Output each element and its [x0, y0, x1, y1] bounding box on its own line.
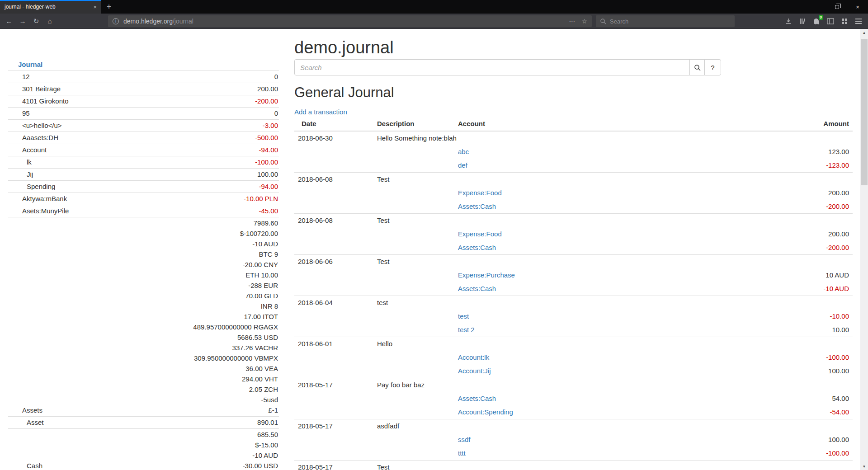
- posting-account-link[interactable]: Account:lk: [458, 353, 489, 361]
- downloads-button[interactable]: [781, 14, 795, 29]
- posting-account-link[interactable]: test: [458, 312, 469, 320]
- balance-amount: $-100720.00: [122, 228, 278, 239]
- transaction-row[interactable]: 2018-06-06Test: [294, 255, 853, 269]
- sidebar-account-link[interactable]: <u>hello</u>: [8, 120, 121, 132]
- account-balance: -94.00: [121, 181, 279, 193]
- bookmark-star-icon[interactable]: ☆: [581, 18, 587, 25]
- col-header-date: Date: [294, 117, 373, 131]
- posting-amount: -100.00: [762, 351, 853, 364]
- balance-amount: -10.00 PLN: [122, 193, 278, 204]
- page-actions-icon[interactable]: ⋯: [569, 18, 575, 25]
- transaction-row[interactable]: 2018-05-17Pay foo bar baz: [294, 378, 853, 392]
- posting-account-link[interactable]: abc: [458, 148, 469, 155]
- posting-account-link[interactable]: Expense:Purchase: [458, 271, 515, 279]
- page-scrollbar[interactable]: ▲ ▼: [860, 29, 868, 470]
- sidebar-journal-link[interactable]: Journal: [18, 61, 42, 68]
- transaction-row[interactable]: 2018-06-30Hello Something note:blah: [294, 131, 853, 145]
- posting-account-link[interactable]: def: [458, 161, 467, 169]
- sidebar-account-link[interactable]: 12: [8, 71, 121, 83]
- sidebar-account-link[interactable]: Cash: [8, 429, 121, 470]
- sidebar-account-link[interactable]: Account: [8, 144, 121, 156]
- posting-amount: -54.00: [762, 405, 853, 419]
- posting-account-link[interactable]: Expense:Food: [458, 189, 502, 197]
- sidebar-account-row: Spending-94.00: [8, 181, 279, 193]
- sidebar-account-link[interactable]: Aaasets:DH: [8, 132, 121, 144]
- scrollbar-thumb[interactable]: [861, 39, 868, 185]
- posting-account-link[interactable]: Assets:Cash: [458, 285, 496, 292]
- reload-button[interactable]: ↻: [29, 14, 43, 29]
- posting-amount: 200.00: [762, 186, 853, 200]
- scroll-down-arrow[interactable]: ▼: [860, 463, 868, 470]
- sidebar-account-link[interactable]: Spending: [8, 181, 121, 193]
- journal-search-input[interactable]: [294, 59, 690, 75]
- posting-amount: -100.00: [762, 446, 853, 461]
- posting-row: Assets:Cash54.00: [294, 392, 853, 405]
- balance-amount: £-1: [122, 405, 278, 415]
- browser-search-field[interactable]: Search: [596, 15, 735, 27]
- posting-account-link[interactable]: Account:Spending: [458, 408, 513, 416]
- url-bar[interactable]: i demo.hledger.org/journal ⋯ ☆: [108, 15, 592, 27]
- balance-amount: -45.00: [122, 206, 278, 216]
- sidebar-account-link[interactable]: Asset: [8, 417, 121, 429]
- sidebar-toggle-button[interactable]: [823, 14, 837, 29]
- search-help-button[interactable]: ?: [704, 59, 721, 75]
- sidebar-account-link[interactable]: 4101 Girokonto: [8, 95, 121, 108]
- transaction-row[interactable]: 2018-06-08Test: [294, 214, 853, 228]
- library-button[interactable]: [795, 14, 809, 29]
- posting-amount: 200.00: [762, 227, 853, 241]
- add-transaction-link[interactable]: Add a transaction: [294, 108, 347, 116]
- home-button[interactable]: ⌂: [43, 14, 57, 29]
- sidebar-account-link[interactable]: 301 Beiträge: [8, 83, 121, 95]
- posting-account-link[interactable]: Assets:Cash: [458, 244, 496, 251]
- sidebar-account-row: Aaasets:DH-500.00: [8, 132, 279, 144]
- sidebar-account-link[interactable]: Jij: [8, 169, 121, 181]
- new-tab-button[interactable]: +: [101, 0, 117, 14]
- posting-account-link[interactable]: test 2: [458, 326, 475, 334]
- posting-row: def-123.00: [294, 159, 853, 173]
- balance-amount: 489.957000000000 RGAGX: [122, 322, 278, 332]
- balance-amount: -10 AUD: [122, 239, 278, 249]
- window-restore-button[interactable]: [826, 0, 847, 14]
- transaction-date: 2018-06-04: [294, 296, 373, 310]
- transaction-date: 2018-05-17: [294, 461, 373, 470]
- posting-row: Account:Spending-54.00: [294, 405, 853, 419]
- window-close-button[interactable]: ×: [847, 0, 868, 14]
- posting-account-link[interactable]: Account:Jij: [458, 367, 491, 375]
- posting-account-link[interactable]: Assets:Cash: [458, 395, 496, 402]
- sidebar-account-row: <u>hello</u>-3.00: [8, 120, 279, 132]
- browser-tab[interactable]: journal - hledger-web ×: [0, 0, 101, 14]
- transaction-row[interactable]: 2018-06-08Test: [294, 173, 853, 187]
- sidebar-account-row: Asets:MunyPile-45.00: [8, 205, 279, 217]
- posting-account-link[interactable]: Assets:Cash: [458, 202, 496, 210]
- window-minimize-button[interactable]: [806, 0, 826, 14]
- sidebar-account-link[interactable]: Asets:MunyPile: [8, 205, 121, 217]
- posting-account-link[interactable]: Expense:Food: [458, 230, 502, 238]
- posting-account-link[interactable]: ssdf: [458, 436, 471, 443]
- transaction-row[interactable]: 2018-05-17asdfadf: [294, 419, 853, 433]
- scroll-up-arrow[interactable]: ▲: [860, 29, 868, 36]
- transaction-row[interactable]: 2018-05-17Test: [294, 461, 853, 470]
- sidebar-account-link[interactable]: Assets: [8, 217, 121, 417]
- balance-amount: 17.00 ITOT: [122, 311, 278, 322]
- sidebar-account-link[interactable]: Aktywa:mBank: [8, 193, 121, 205]
- extension-button[interactable]: 0: [809, 14, 823, 29]
- hamburger-icon: [855, 19, 862, 24]
- transaction-row[interactable]: 2018-06-01Hello: [294, 337, 853, 351]
- journal-heading: General Journal: [294, 85, 853, 101]
- posting-amount: -10.00: [762, 310, 853, 323]
- balance-amount: -20.00 CNY: [122, 259, 278, 270]
- site-info-icon[interactable]: i: [113, 18, 119, 24]
- posting-account-link[interactable]: tttt: [458, 449, 466, 457]
- tab-close-icon[interactable]: ×: [90, 4, 97, 10]
- col-header-description: Description: [373, 117, 454, 131]
- back-button[interactable]: ←: [2, 14, 16, 29]
- apps-grid-button[interactable]: [837, 14, 851, 29]
- transaction-row[interactable]: 2018-06-04test: [294, 296, 853, 310]
- account-balance: 200.00: [121, 83, 279, 95]
- journal-search-button[interactable]: [689, 59, 705, 75]
- balance-amount: 294.00 VHT: [122, 374, 278, 384]
- forward-button[interactable]: →: [16, 14, 29, 29]
- sidebar-account-link[interactable]: lk: [8, 156, 121, 169]
- menu-button[interactable]: [851, 14, 865, 29]
- sidebar-account-link[interactable]: 95: [8, 108, 121, 120]
